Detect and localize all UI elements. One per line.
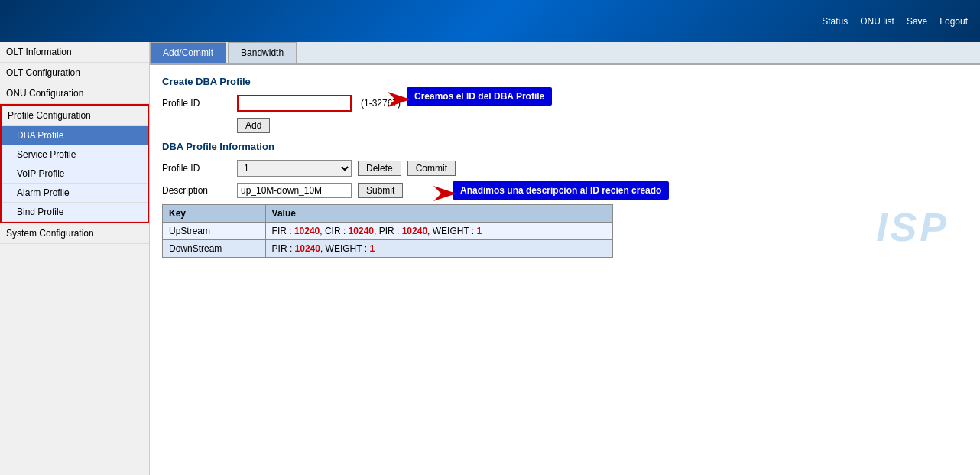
table-cell-value: FIR : 10240, CIR : 10240, PIR : 10240, W… — [265, 223, 612, 240]
delete-button[interactable]: Delete — [358, 161, 401, 176]
table-cell-key: DownStream — [163, 240, 266, 258]
create-section-title: Create DBA Profile — [162, 76, 968, 87]
sidebar-item-olt-config[interactable]: OLT Configuration — [0, 63, 149, 83]
status-link[interactable]: Status — [822, 16, 848, 27]
description-row: Description Submit — [162, 183, 968, 198]
table-header-key: Key — [163, 205, 266, 223]
create-profile-id-label: Profile ID — [162, 98, 231, 109]
sidebar-item-alarm-profile[interactable]: Alarm Profile — [2, 184, 148, 203]
info-profile-id-select[interactable]: 1 — [237, 160, 352, 177]
dba-info-table: Key Value UpStreamFIR : 10240, CIR : 102… — [162, 204, 613, 258]
sidebar-item-olt-info[interactable]: OLT Information — [0, 42, 149, 63]
add-button[interactable]: Add — [237, 118, 270, 133]
profile-config-box: Profile Configuration DBA Profile Servic… — [0, 104, 149, 223]
create-profile-id-input[interactable] — [237, 95, 352, 112]
table-cell-key: UpStream — [163, 223, 266, 240]
logout-link[interactable]: Logout — [939, 16, 968, 27]
topbar: Status ONU list Save Logout — [0, 0, 980, 42]
content-area: Create DBA Profile Profile ID (1-32767) … — [150, 65, 980, 265]
description-label: Description — [162, 185, 231, 196]
submit-button[interactable]: Submit — [358, 183, 403, 198]
tabs-bar: Add/Commit Bandwidth — [150, 42, 980, 65]
sidebar-item-voip-profile[interactable]: VoIP Profile — [2, 164, 148, 184]
sidebar-item-onu-config[interactable]: ONU Configuration — [0, 83, 149, 104]
tab-add-commit[interactable]: Add/Commit — [150, 42, 226, 63]
table-cell-value: PIR : 10240, WEIGHT : 1 — [265, 240, 612, 258]
tab-bandwidth[interactable]: Bandwidth — [228, 42, 297, 63]
onu-list-link[interactable]: ONU list — [860, 16, 894, 27]
layout: OLT Information OLT Configuration ONU Co… — [0, 42, 980, 475]
sidebar-section-profile-config[interactable]: Profile Configuration — [2, 106, 148, 126]
info-section-title: DBA Profile Information — [162, 141, 968, 152]
sidebar-item-bind-profile[interactable]: Bind Profile — [2, 203, 148, 222]
watermark: ISP — [876, 204, 949, 250]
sidebar: OLT Information OLT Configuration ONU Co… — [0, 42, 150, 475]
sidebar-item-service-profile[interactable]: Service Profile — [2, 145, 148, 164]
range-hint: (1-32767) — [361, 98, 401, 109]
sidebar-item-dba-profile[interactable]: DBA Profile — [2, 126, 148, 145]
create-profile-id-row: Profile ID (1-32767) — [162, 95, 968, 112]
save-link[interactable]: Save — [907, 16, 927, 27]
main-content: Add/Commit Bandwidth Create DBA Profile … — [150, 42, 980, 475]
add-button-row: Add — [162, 118, 968, 133]
info-profile-id-label: Profile ID — [162, 163, 231, 174]
sidebar-item-system-config[interactable]: System Configuration — [0, 223, 149, 244]
commit-button[interactable]: Commit — [407, 161, 456, 176]
table-header-value: Value — [265, 205, 612, 223]
info-profile-id-row: Profile ID 1 Delete Commit — [162, 160, 968, 177]
description-input[interactable] — [237, 183, 352, 198]
